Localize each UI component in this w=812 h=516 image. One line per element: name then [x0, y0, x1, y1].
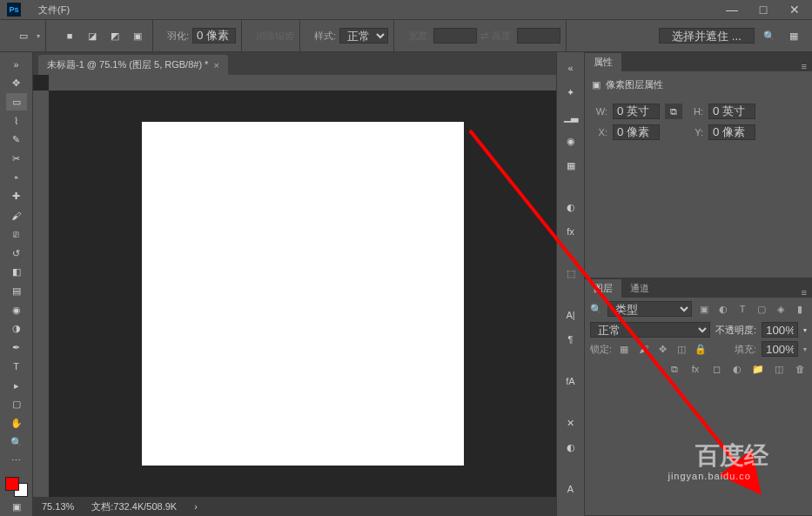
canvas[interactable] — [142, 122, 464, 466]
zoom-tool-icon[interactable]: 🔍 — [6, 433, 27, 451]
delete-layer-icon[interactable]: 🗑 — [793, 362, 807, 376]
layer-group-icon[interactable]: 📁 — [751, 362, 765, 376]
move-tool-icon[interactable]: ✥ — [6, 75, 27, 92]
navigator-icon[interactable]: ✦ — [562, 84, 580, 101]
panel-menu-icon[interactable]: ≡ — [796, 287, 812, 298]
color-swatches[interactable] — [5, 477, 28, 497]
adjustment-layer-icon[interactable]: ◐ — [730, 362, 744, 376]
filter-adjust-icon[interactable]: ◐ — [716, 302, 730, 316]
minimize-button[interactable]: — — [721, 3, 742, 17]
chevron-down-icon[interactable]: ▾ — [803, 345, 807, 353]
brush-tool-icon[interactable]: 🖌 — [6, 207, 27, 224]
eyedropper-tool-icon[interactable]: ⁍ — [6, 169, 27, 186]
paragraph-icon[interactable]: ¶ — [562, 331, 580, 348]
search-icon[interactable]: 🔍 — [760, 26, 779, 45]
lock-transparent-icon[interactable]: ▦ — [617, 342, 631, 356]
marquee-tool-icon[interactable]: ▭ — [6, 93, 27, 111]
quick-select-tool-icon[interactable]: ✎ — [6, 131, 27, 149]
refine-edge-button[interactable]: 选择并遮住 ... — [659, 28, 755, 44]
pen-tool-icon[interactable]: ✒ — [6, 339, 27, 357]
close-icon[interactable]: × — [213, 60, 218, 70]
style-select[interactable]: 正常 — [339, 28, 388, 44]
filter-toggle-icon[interactable]: ▮ — [793, 302, 807, 316]
panel-menu-icon[interactable]: ≡ — [796, 61, 812, 71]
workspace-icon[interactable]: ▦ — [784, 26, 803, 45]
new-layer-icon[interactable]: ◫ — [772, 362, 786, 376]
opacity-label: 不透明度: — [715, 324, 756, 337]
collapse-icon[interactable]: « — [562, 59, 580, 77]
dodge-tool-icon[interactable]: ◑ — [6, 320, 27, 338]
adjustments-icon[interactable]: ◐ — [562, 198, 580, 216]
y-input[interactable] — [708, 124, 755, 140]
width-input[interactable] — [613, 104, 660, 119]
close-button[interactable]: ✕ — [784, 3, 805, 17]
w-label: W: — [592, 106, 607, 117]
crop-tool-icon[interactable]: ✂ — [6, 151, 27, 168]
x-input[interactable] — [613, 124, 660, 140]
histogram-icon[interactable]: ▁▃ — [562, 108, 580, 125]
opacity-input[interactable] — [762, 322, 798, 338]
feather-input[interactable] — [192, 28, 236, 44]
filter-smart-icon[interactable]: ◈ — [774, 302, 788, 316]
lock-all-icon[interactable]: 🔒 — [694, 342, 708, 356]
3d-icon[interactable]: ⬚ — [562, 265, 580, 282]
quickmask-icon[interactable]: ▣ — [6, 499, 27, 516]
path-select-tool-icon[interactable]: ▸ — [6, 377, 27, 394]
marquee-tool-preset-icon[interactable]: ▭ — [14, 26, 33, 45]
dropdown-icon[interactable]: ▾ — [37, 32, 40, 40]
selection-intersect-icon[interactable]: ▣ — [128, 26, 147, 45]
gradient-tool-icon[interactable]: ▤ — [6, 283, 27, 300]
selection-subtract-icon[interactable]: ◩ — [105, 26, 124, 45]
selection-add-icon[interactable]: ◪ — [83, 26, 102, 45]
chevron-right-icon[interactable]: › — [194, 501, 198, 512]
character-icon[interactable]: A| — [562, 306, 580, 324]
type-panel-icon[interactable]: A — [562, 480, 580, 498]
layer-mask-icon[interactable]: ◻ — [709, 362, 723, 376]
type-tool-icon[interactable]: T — [6, 359, 27, 376]
actions-icon[interactable]: ◐ — [562, 439, 580, 456]
tab-layers[interactable]: 图层 — [585, 279, 621, 298]
filter-shape-icon[interactable]: ▢ — [755, 302, 768, 316]
tab-channels[interactable]: 通道 — [621, 279, 658, 298]
hand-tool-icon[interactable]: ✋ — [6, 415, 27, 432]
link-layers-icon[interactable]: ⧉ — [668, 362, 681, 376]
link-icon[interactable]: ⧉ — [665, 104, 682, 119]
filter-type-icon[interactable]: T — [735, 302, 749, 316]
blend-mode-select[interactable]: 正常 — [590, 322, 710, 338]
document-info[interactable]: 文档:732.4K/508.9K — [91, 500, 177, 513]
swatches-icon[interactable]: ◉ — [562, 132, 580, 150]
lock-paint-icon[interactable]: 🖌 — [636, 342, 650, 356]
foreground-color-swatch[interactable] — [5, 477, 19, 491]
tab-properties[interactable]: 属性 — [585, 53, 621, 71]
menu-item[interactable]: 文件(F) — [31, 0, 77, 19]
selection-new-icon[interactable]: ■ — [60, 26, 79, 45]
height-input[interactable] — [708, 104, 755, 119]
stamp-tool-icon[interactable]: ⎚ — [6, 225, 27, 243]
styles-icon[interactable]: fx — [562, 223, 580, 240]
heal-tool-icon[interactable]: ✚ — [6, 188, 27, 205]
lock-artboard-icon[interactable]: ◫ — [674, 342, 688, 356]
glyphs-icon[interactable]: fA — [562, 372, 580, 390]
filter-image-icon[interactable]: ▣ — [697, 302, 711, 316]
blur-tool-icon[interactable]: ◉ — [6, 301, 27, 318]
document-tab[interactable]: 未标题-1 @ 75.1% (图层 5, RGB/8#) * × — [38, 55, 228, 75]
eraser-tool-icon[interactable]: ◧ — [6, 264, 27, 281]
right-dock: « ✦ ▁▃ ◉ ▦ ◐ fx ⬚ A| ¶ fA ✕ ◐ A 属性 — [556, 52, 812, 516]
zoom-level[interactable]: 75.13% — [42, 501, 74, 512]
lock-position-icon[interactable]: ✥ — [655, 342, 669, 356]
chevron-down-icon[interactable]: ▾ — [803, 326, 807, 334]
style-label: 样式: — [314, 30, 336, 43]
lasso-tool-icon[interactable]: ⌇ — [6, 112, 27, 130]
expand-tools-icon[interactable]: » — [6, 56, 27, 73]
libraries-icon[interactable]: ▦ — [562, 157, 580, 174]
shape-tool-icon[interactable]: ▢ — [6, 396, 27, 413]
layer-fx-icon[interactable]: fx — [688, 362, 702, 376]
edit-toolbar-icon[interactable]: ⋯ — [6, 452, 27, 470]
tools-preset-icon[interactable]: ✕ — [562, 414, 580, 432]
document-viewport[interactable] — [33, 75, 556, 497]
layer-filter-select[interactable]: 类型 — [607, 301, 692, 317]
history-brush-tool-icon[interactable]: ↺ — [6, 245, 27, 262]
maximize-button[interactable]: □ — [753, 3, 774, 17]
h-label: H: — [688, 106, 703, 117]
fill-input[interactable] — [762, 341, 798, 357]
